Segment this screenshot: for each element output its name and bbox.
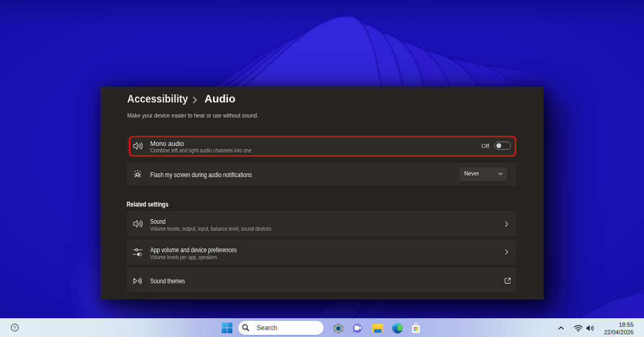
svg-text:?: ? [13, 325, 16, 331]
